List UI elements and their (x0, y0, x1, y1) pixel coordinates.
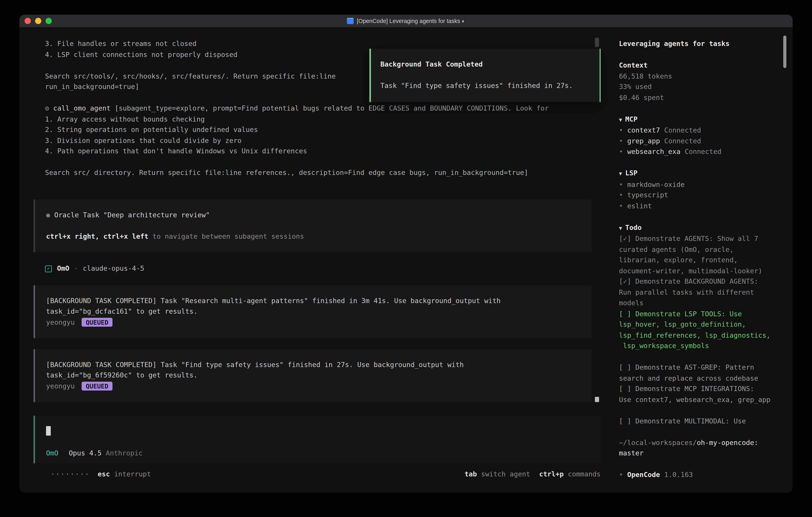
todo-item-pending: Use context7, websearch_exa, grep_app (619, 394, 793, 405)
mcp-item: •context7Connected (619, 125, 793, 136)
bullet-icon: • (619, 202, 623, 210)
message-author: yeongyu (46, 317, 75, 328)
todo-item-current: [ ] Demonstrate LSP TOOLS: Use (619, 309, 793, 320)
model-selector-row[interactable]: OmOOpus 4.5Anthropic (46, 448, 588, 459)
message-line: task_id="bg_dcfac161" to get results. (46, 306, 579, 317)
bullet-icon: • (619, 147, 623, 155)
window-title: [OpenCode] Leveraging agents for tasks ◐ (19, 15, 793, 27)
input-model-name: Opus 4.5 (69, 449, 102, 457)
ctrlp-key-label: commands (568, 469, 601, 480)
tab-key-hint: tab (465, 469, 477, 480)
minimize-button[interactable] (35, 18, 41, 24)
mcp-section-header[interactable]: ▼MCP (619, 114, 793, 125)
lsp-item: •eslint (619, 201, 793, 212)
mcp-item-name: grep_app (627, 137, 660, 145)
todo-item-done: models (619, 298, 793, 309)
mcp-item-status: Connected (664, 137, 701, 145)
oracle-title-line: ◉ Oracle Task "Deep architecture review" (46, 210, 579, 220)
message-meta: yeongyu QUEUED (46, 381, 579, 392)
todo-item-current: lsp_find_references, lsp_diagnostics, (619, 330, 793, 341)
mcp-item-status: Connected (664, 126, 701, 134)
tool-item: 2. String operations on potentially unde… (45, 125, 611, 135)
todo-item-pending: [ ] Demonstrate MULTIMODAL: Use (619, 416, 793, 427)
lsp-item-name: eslint (627, 202, 652, 210)
main-scrollbar-thumb[interactable] (595, 38, 599, 47)
oracle-title: Oracle Task "Deep architecture review" (50, 211, 210, 219)
spinner-dots: ········ (51, 469, 90, 480)
todo-item-done: document-writer, multimodal-looker) (619, 266, 793, 276)
context-header: Context (619, 60, 793, 71)
context-spent: $0.46 spent (619, 92, 793, 103)
todo-item-done: [✓] Demonstrate AGENTS: Show all 7 (619, 234, 793, 244)
text-cursor (46, 426, 51, 436)
notification-title: Background Task Completed (380, 59, 600, 70)
lsp-section-header[interactable]: ▼LSP (619, 168, 793, 179)
message-meta: yeongyu QUEUED (46, 317, 579, 328)
status-bar: ········ esc interrupt tabswitch agent c… (34, 469, 611, 480)
todo-item-done: [✓] Demonstrate BACKGROUND AGENTS: (619, 276, 793, 287)
traffic-lights (19, 18, 52, 24)
agent-model: claude-opus-4-5 (83, 263, 144, 274)
log-line: 3. File handles or streams not closed (45, 39, 611, 50)
zoom-button[interactable] (46, 18, 52, 24)
close-button[interactable] (25, 18, 31, 24)
window-title-text: [OpenCode] Leveraging agents for tasks ◐ (357, 18, 465, 24)
mcp-item: •websearch_exaConnected (619, 146, 793, 157)
agent-name: OmO (57, 263, 69, 274)
workspace-branch: master (619, 448, 793, 459)
context-tokens: 66,518 tokens (619, 71, 793, 82)
notebook-icon (347, 18, 354, 24)
chevron-down-icon: ▼ (619, 116, 622, 123)
message-line: task_id="bg_6f59260c" to get results. (46, 370, 579, 381)
tool-call-line: ⚙ call_omo_agent [subagent_type=explore,… (45, 103, 611, 114)
lsp-item: •typescript (619, 190, 793, 201)
lsp-item-name: typescript (627, 191, 668, 199)
agent-session-header: ✓ OmO · claude-opus-4-5 (45, 263, 611, 274)
message-block: [BACKGROUND TASK COMPLETED] Task "Find t… (34, 349, 592, 402)
separator-dot: · (74, 263, 78, 274)
oracle-hint-keys: ctrl+x right, ctrl+x left (46, 232, 148, 240)
desktop: [OpenCode] Leveraging agents for tasks ◐… (0, 0, 812, 517)
lsp-header-label: LSP (625, 169, 637, 177)
opencode-version-row: •OpenCode1.0.163 (619, 470, 793, 481)
message-line: [BACKGROUND TASK COMPLETED] Task "Find t… (46, 359, 579, 370)
lsp-item-name: markdown-oxide (627, 180, 685, 188)
titlebar[interactable]: [OpenCode] Leveraging agents for tasks ◐ (19, 15, 793, 28)
bullet-icon: • (619, 180, 623, 188)
tool-item: 3. Division operations that could divide… (45, 135, 611, 146)
context-used: 33% used (619, 82, 793, 92)
workspace-repo-name: oh-my-opencode: (697, 438, 758, 446)
workspace-path-prefix: ~/local-workspaces/ (619, 438, 697, 446)
todo-section-header[interactable]: ▼Todo (619, 222, 793, 234)
mcp-header-label: MCP (625, 115, 637, 123)
tool-name: call_omo_agent (53, 104, 111, 112)
terminal-window: [OpenCode] Leveraging agents for tasks ◐… (19, 15, 793, 493)
chevron-down-icon: ▼ (619, 171, 622, 176)
input-line (46, 426, 588, 437)
message-line: [BACKGROUND TASK COMPLETED] Task "Resear… (46, 296, 579, 306)
tool-item: 1. Array access without bounds checking (45, 114, 611, 125)
bullet-icon: • (619, 126, 623, 134)
tool-close-line: Search src/ directory. Return specific f… (45, 167, 611, 178)
ctrlp-key-hint: ctrl+p (539, 469, 563, 480)
opencode-name: OpenCode (627, 471, 660, 479)
input-agent-name: OmO (46, 449, 58, 457)
status-badge: QUEUED (82, 382, 113, 391)
todo-item-pending: search and replace across codebase (619, 373, 793, 384)
prompt-input[interactable]: OmOOpus 4.5Anthropic (34, 416, 601, 463)
oracle-icon: ◉ (46, 211, 50, 219)
todo-item-done: curated agents (OmO, oracle, (619, 244, 793, 255)
lsp-item: •markdown-oxide (619, 179, 793, 190)
agent-checkbox-icon: ✓ (45, 265, 52, 272)
chevron-down-icon: ▼ (619, 225, 622, 231)
todo-item-pending: [ ] Demonstrate MCP INTEGRATIONS: (619, 384, 793, 394)
main-scrollbar-marker[interactable] (595, 397, 599, 402)
bullet-icon: • (619, 471, 623, 479)
oracle-hint-text: to navigate between subagent sessions (148, 232, 304, 240)
todo-item-pending: [ ] Demonstrate AST-GREP: Pattern (619, 362, 793, 373)
mcp-item-name: context7 (627, 126, 660, 134)
todo-item-done: Run parallel tasks with different (619, 287, 793, 298)
message-author: yeongyu (46, 381, 75, 392)
tool-item: 4. Path operations that don't handle Win… (45, 146, 611, 157)
sidebar-scrollbar-thumb[interactable] (783, 35, 786, 68)
